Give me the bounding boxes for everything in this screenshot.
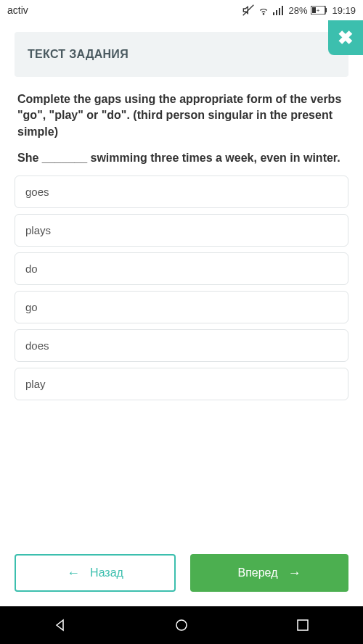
svg-rect-5 [282, 6, 283, 15]
svg-point-10 [176, 620, 187, 630]
status-bar: activ 28% [0, 0, 363, 20]
option-item[interactable]: plays [15, 214, 348, 247]
svg-text:+: + [317, 7, 320, 14]
nav-buttons: ← Назад Вперед → [15, 518, 348, 592]
option-item[interactable]: goes [15, 176, 348, 208]
option-item[interactable]: play [15, 368, 348, 400]
options-list: goes plays do go does play [15, 176, 348, 400]
status-indicators: 28% + 19:19 [242, 4, 356, 16]
svg-point-1 [264, 14, 264, 15]
svg-rect-4 [279, 8, 280, 15]
carrier-label: activ [7, 4, 28, 16]
task-header-text: ТЕКСТ ЗАДАНИЯ [28, 48, 335, 61]
option-item[interactable]: go [15, 291, 348, 323]
svg-rect-2 [273, 12, 274, 15]
task-header: ТЕКСТ ЗАДАНИЯ [15, 32, 348, 77]
wifi-icon [258, 4, 269, 16]
nav-home-icon[interactable] [174, 618, 189, 632]
question-text: She _______ swimming three times a week,… [15, 150, 348, 166]
mute-icon [242, 4, 254, 16]
nav-back-icon[interactable] [53, 618, 68, 632]
battery-icon: + [311, 6, 328, 15]
close-button[interactable]: ✖ [328, 20, 363, 55]
svg-rect-3 [276, 10, 277, 15]
svg-rect-11 [298, 620, 308, 630]
system-nav-bar [0, 606, 363, 644]
close-icon: ✖ [338, 27, 354, 49]
forward-button[interactable]: Вперед → [190, 554, 348, 592]
arrow-left-icon: ← [67, 566, 80, 581]
svg-rect-8 [312, 7, 316, 13]
back-button[interactable]: ← Назад [15, 554, 176, 592]
back-label: Назад [90, 566, 123, 579]
signal-icon [273, 5, 285, 15]
forward-label: Вперед [237, 566, 277, 579]
svg-rect-7 [325, 8, 327, 12]
instruction-text: Complete the gaps using the appropriate … [15, 91, 348, 140]
nav-recent-icon[interactable] [295, 618, 310, 632]
time-label: 19:19 [332, 5, 356, 16]
option-item[interactable]: do [15, 252, 348, 285]
arrow-right-icon: → [288, 566, 301, 581]
option-item[interactable]: does [15, 329, 348, 362]
battery-percent: 28% [288, 5, 307, 16]
